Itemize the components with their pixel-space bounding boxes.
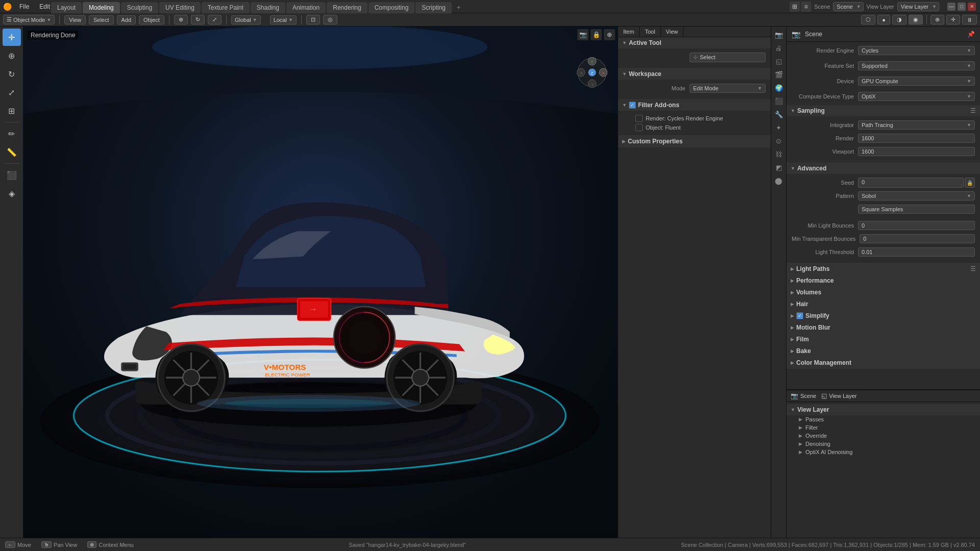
object-menu-btn[interactable]: Object [139,15,164,24]
compute-device-dropdown[interactable]: OptiX ▼ [858,92,975,101]
wireframe-toggle[interactable]: ⬡ [861,15,875,24]
square-samples-btn[interactable]: Square Samples [858,205,975,214]
motion-blur-header[interactable]: Motion Blur [787,322,980,333]
hair-header[interactable]: Hair [787,298,980,310]
render-cycles-item[interactable]: Render: Cycles Render Engine [623,114,766,123]
n-tab-view[interactable]: View [661,27,684,37]
mode-dropdown[interactable]: Edit Mode ▼ [690,84,766,93]
sampling-header[interactable]: Sampling ☰ [787,105,980,116]
close-button[interactable]: ✕ [968,3,976,11]
move-tool[interactable]: ⊕ [3,47,21,64]
sampling-options-icon[interactable]: ☰ [970,107,976,114]
passes-item[interactable]: Passes [787,415,980,423]
transform-tool[interactable]: ⊞ [3,102,21,119]
min-light-bounces-input[interactable]: 0 [858,221,975,230]
prop-tab-output[interactable]: 🖨 [773,42,785,54]
viewport-overlay[interactable]: ⊕ [930,15,944,24]
object-fluent-item[interactable]: Object: Fluent [623,123,766,132]
optix-denoising-item[interactable]: OptiX AI Denoising [787,448,980,456]
prop-tab-object[interactable]: ⬛ [773,95,785,107]
prop-tab-scene[interactable]: 🎬 [773,68,785,81]
scale-btn[interactable]: ⤢ [208,15,222,24]
tab-layout[interactable]: Layout [51,2,82,13]
tab-sculpting[interactable]: Sculpting [121,2,158,13]
tab-texture-paint[interactable]: Texture Paint [202,2,250,13]
workspace-header[interactable]: Workspace [618,68,771,80]
add-workspace-button[interactable]: + [453,2,464,13]
view-menu-btn[interactable]: View [64,15,86,24]
light-paths-options[interactable]: ☰ [970,265,976,272]
prop-tab-physics[interactable]: ⊙ [773,135,785,147]
n-tab-tool[interactable]: Tool [640,27,660,37]
render-engine-dropdown[interactable]: Cycles ▼ [858,46,975,55]
viewport-samples-input[interactable]: 1600 [858,147,975,156]
seed-input[interactable]: 0 [858,178,964,188]
add-cube-tool[interactable]: ⬛ [3,166,21,184]
filter-item[interactable]: Filter [787,423,980,432]
prop-tab-render[interactable]: 📷 [773,29,785,41]
bottom-view-layer-tab[interactable]: ◱ View Layer [821,392,856,399]
object-mode-dropdown[interactable]: ☰ Object Mode ▼ [3,15,55,24]
light-threshold-input[interactable]: 0.01 [858,247,975,257]
transform-btn[interactable]: ⊕ [174,15,188,24]
min-transparent-input[interactable]: 0 [860,234,975,243]
view-lock-icon[interactable]: 🔒 [591,29,602,40]
tab-scripting[interactable]: Scripting [415,2,452,13]
menu-file[interactable]: File [14,0,34,13]
n-tab-item[interactable]: Item [618,27,640,37]
view-layer-section-header[interactable]: View Layer [787,404,980,415]
bake-header[interactable]: Bake [787,345,980,357]
solid-shading[interactable]: ● [877,15,890,24]
minimize-button[interactable]: — [947,3,955,11]
rendered-shading[interactable]: ◉ [909,15,923,24]
prop-tab-data[interactable]: ◩ [773,161,785,173]
proportional-edit-toggle[interactable]: ◎ [323,15,337,24]
seed-lock-btn[interactable]: 🔒 [965,178,975,188]
select-menu-btn[interactable]: Select [89,15,114,24]
object-fluent-checkbox[interactable] [635,124,643,131]
prop-tab-constraints[interactable]: ⛓ [773,148,785,160]
device-dropdown[interactable]: GPU Compute ▼ [858,77,975,86]
select-value[interactable]: ⊹ Select [690,53,766,62]
transform-orientation-dropdown[interactable]: Global ▼ [231,15,261,24]
maximize-button[interactable]: □ [958,3,966,11]
properties-pin-icon[interactable]: 📌 [966,29,976,39]
denoising-item[interactable]: Denoising [787,440,980,448]
annotate-tool[interactable]: ✏ [3,125,21,142]
cursor-tool[interactable]: ✛ [3,29,21,46]
tab-compositing[interactable]: Compositing [369,2,415,13]
navigation-gizmo[interactable]: Y -Y X -X Z [577,57,607,88]
custom-properties-header[interactable]: Custom Properties [618,136,771,147]
rotate-btn[interactable]: ↻ [191,15,205,24]
color-management-header[interactable]: Color Management [787,357,980,368]
advanced-header[interactable]: Advanced [787,163,980,174]
simplify-header[interactable]: Simplify [787,310,980,321]
pattern-dropdown[interactable]: Sobol ▼ [858,191,975,201]
prop-tab-particles[interactable]: ✦ [773,121,785,134]
integrator-dropdown[interactable]: Path Tracing ▼ [858,120,975,130]
rotate-tool[interactable]: ↻ [3,65,21,83]
tab-rendering[interactable]: Rendering [327,2,367,13]
tab-shading[interactable]: Shading [251,2,285,13]
film-header[interactable]: Film [787,334,980,345]
tab-animation[interactable]: Animation [286,2,326,13]
bottom-scene-tab[interactable]: 📷 Scene [791,392,816,399]
filter-addons-header[interactable]: Filter Add-ons [618,99,771,111]
view-render-icon[interactable]: ⊕ [604,29,615,40]
pivot-dropdown[interactable]: Local ▼ [270,15,297,24]
render-pause[interactable]: ⏸ [962,15,977,24]
light-paths-header[interactable]: Light Paths ☰ [787,263,980,274]
prop-tab-view-layer[interactable]: ◱ [773,55,785,67]
render-samples-input[interactable]: 1600 [858,134,975,143]
performance-header[interactable]: Performance [787,275,980,286]
scale-tool[interactable]: ⤢ [3,84,21,101]
measure-tool[interactable]: 📏 [3,143,21,161]
add-custom-tool[interactable]: ◈ [3,185,21,202]
gizmo-toggle[interactable]: ✛ [946,15,960,24]
render-cycles-checkbox[interactable] [635,115,643,122]
filter-addons-checkbox[interactable] [629,102,636,109]
material-shading[interactable]: ◑ [892,15,906,24]
add-menu-btn[interactable]: Add [117,15,136,24]
active-tool-header[interactable]: Active Tool [618,37,771,48]
prop-tab-modifier[interactable]: 🔧 [773,108,785,120]
